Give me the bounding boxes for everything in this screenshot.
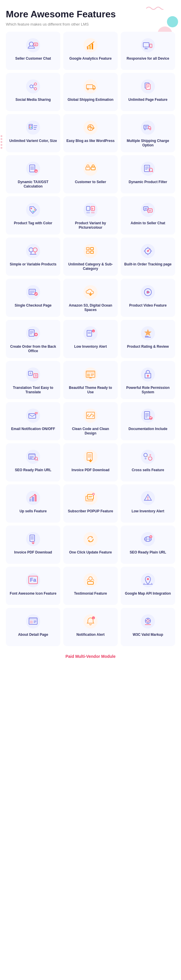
feature-label-39: SEO Ready Plain URL bbox=[130, 550, 166, 555]
svg-point-34 bbox=[26, 121, 40, 135]
feature-card-38: One Click Update Feature bbox=[63, 525, 118, 564]
update-icon bbox=[82, 531, 99, 547]
svg-point-147 bbox=[147, 375, 149, 377]
feature-label-31: SEO Ready Plain URL bbox=[15, 468, 52, 473]
feature-card-40: Fa Font Awesome Icon Feature bbox=[6, 567, 60, 605]
svg-rect-80 bbox=[91, 212, 94, 213]
svg-point-217 bbox=[26, 614, 40, 628]
email-icon: ON bbox=[25, 407, 41, 424]
feature-label-42: Google Map API Integration bbox=[125, 592, 171, 596]
multi-ship-icon bbox=[140, 119, 156, 136]
category-icon: ∞ bbox=[82, 243, 99, 259]
feature-card-24: Product Rating & Review bbox=[121, 320, 175, 358]
analytics-icon bbox=[82, 37, 99, 54]
feature-card-29: Clean Code and Clean Design bbox=[63, 402, 118, 440]
upsell-icon bbox=[25, 490, 41, 506]
feature-label-41: Testimonial Feature bbox=[74, 592, 107, 596]
svg-rect-6 bbox=[87, 47, 88, 49]
feature-label-21: Product Video Feature bbox=[129, 303, 167, 308]
feature-label-6: Unlimited Page Feature bbox=[128, 98, 167, 102]
svg-point-72 bbox=[26, 203, 40, 217]
feature-label-1: Seller Customer Chat bbox=[15, 56, 51, 61]
feature-label-22: Create Order from the Back Office bbox=[9, 345, 57, 353]
feature-label-14: Product Variant by Picture/colour bbox=[66, 221, 115, 230]
feature-card-6: Unlimited Page Feature bbox=[121, 73, 175, 111]
feature-label-19: Single Checkout Page bbox=[15, 303, 52, 308]
feature-label-13: Product Tag with Color bbox=[14, 221, 52, 226]
feature-label-17: Unlimited Category & Sub-Category bbox=[66, 262, 115, 271]
feature-label-16: Simple or Variable Products bbox=[9, 262, 56, 267]
docs-icon bbox=[140, 407, 156, 424]
admin-chat-icon bbox=[140, 202, 156, 218]
chat-icon bbox=[25, 37, 41, 54]
cross-sell-icon bbox=[140, 449, 156, 465]
feature-card-25: A 文 Translation Tool Easy to Translate bbox=[6, 361, 60, 399]
responsive-icon bbox=[140, 37, 156, 54]
tracking-icon bbox=[140, 243, 156, 259]
seo2-icon bbox=[140, 531, 156, 547]
feature-label-28: Email Notification ON/OFF bbox=[11, 427, 55, 431]
testimonial-icon bbox=[82, 572, 99, 589]
svg-point-224 bbox=[83, 614, 98, 628]
low-inv-icon bbox=[140, 490, 156, 506]
social-icon bbox=[25, 78, 41, 95]
svg-text:A: A bbox=[30, 372, 31, 375]
feature-card-34: Up sells Feature bbox=[6, 484, 60, 523]
invoice-icon bbox=[82, 449, 99, 465]
feature-label-18: Built-in Order Tracking page bbox=[124, 262, 172, 267]
svg-rect-8 bbox=[92, 43, 93, 49]
feature-label-11: Customer to Seller bbox=[75, 180, 106, 185]
translation-icon: A 文 bbox=[25, 366, 41, 383]
feature-card-7: Unlimited Varient Color, Size bbox=[6, 114, 60, 152]
svg-point-163 bbox=[26, 450, 40, 464]
feature-label-37: Invoice PDF Download bbox=[14, 550, 52, 555]
svg-point-53 bbox=[26, 162, 40, 176]
color-size-icon bbox=[25, 119, 41, 136]
notification-icon: ! bbox=[82, 613, 99, 630]
svg-point-47 bbox=[141, 121, 155, 135]
svg-rect-183 bbox=[29, 498, 31, 501]
feature-card-43: About Detail Page bbox=[6, 608, 60, 646]
feature-card-28: ON Email Notification ON/OFF bbox=[6, 402, 60, 440]
svg-point-137 bbox=[83, 368, 98, 382]
feature-label-8: Easy Blog as like WordPress bbox=[66, 139, 115, 143]
feature-card-39: SEO Ready Plain URL bbox=[121, 525, 175, 564]
svg-text:文: 文 bbox=[35, 374, 37, 377]
svg-point-75 bbox=[33, 211, 34, 212]
feature-label-38: One Click Update Feature bbox=[69, 550, 112, 555]
feature-label-10: Dynamic TAX/GST Calculation bbox=[9, 180, 57, 189]
feature-card-4: Social Media Sharing bbox=[6, 73, 60, 111]
feature-label-30: Documentation Include bbox=[129, 427, 167, 431]
feature-label-34: Up sells Feature bbox=[20, 509, 47, 514]
feature-label-5: Global Shipping Estimation bbox=[68, 98, 113, 102]
page-subtitle: Which feature makes us different from ot… bbox=[6, 22, 175, 27]
feature-card-3: Responsive for all Device bbox=[121, 32, 175, 70]
cloud-icon bbox=[82, 284, 99, 301]
svg-point-115 bbox=[26, 326, 40, 340]
svg-point-227 bbox=[141, 614, 155, 628]
map-icon bbox=[140, 572, 156, 589]
feature-label-4: Social Media Sharing bbox=[16, 98, 51, 102]
feature-label-26: Beautiful Theme Ready to Use bbox=[66, 386, 115, 395]
feature-card-9: Multiple Shipping Charge Option bbox=[121, 114, 175, 152]
svg-point-38 bbox=[29, 127, 30, 128]
backoffice-icon bbox=[25, 325, 41, 342]
svg-point-73 bbox=[31, 207, 32, 209]
feature-label-40: Font Awesome Icon Feature bbox=[9, 592, 56, 596]
feature-label-32: Invoice PDF Download bbox=[71, 468, 109, 473]
feature-label-15: Admin to Seller Chat bbox=[131, 221, 165, 226]
feature-label-43: About Detail Page bbox=[18, 633, 48, 637]
feature-label-36: Low Inventory Alert bbox=[132, 509, 164, 514]
tax-icon: % bbox=[25, 161, 41, 177]
theme-icon bbox=[82, 366, 99, 383]
feature-card-11: Customer to Seller bbox=[63, 155, 118, 193]
feature-label-23: Low Inventory Alert bbox=[74, 345, 107, 349]
feature-card-16: Simple or Variable Products bbox=[6, 237, 60, 276]
svg-rect-139 bbox=[86, 371, 95, 373]
footer-badge: Paid Multi-Vendor Module bbox=[6, 651, 175, 661]
svg-point-196 bbox=[148, 499, 148, 500]
feature-card-35: Subscriber POPUP Feature bbox=[63, 484, 118, 523]
svg-point-90 bbox=[26, 244, 40, 258]
feature-card-15: Admin to Seller Chat bbox=[121, 196, 175, 235]
clean-code-icon bbox=[82, 407, 99, 424]
